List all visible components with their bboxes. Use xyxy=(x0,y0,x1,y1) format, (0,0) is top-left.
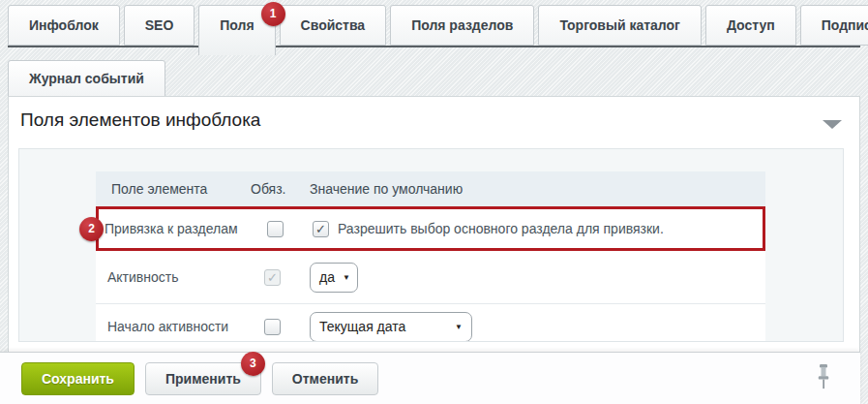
tab-label: Поля разделов xyxy=(411,17,513,33)
field-label: Начало активности xyxy=(96,319,251,334)
tab-event-log[interactable]: Журнал событий xyxy=(8,60,165,97)
save-button[interactable]: Сохранить xyxy=(21,362,135,395)
tab-label: Подписи xyxy=(822,17,868,33)
tab-label: Инфоблок xyxy=(29,17,99,33)
field-label: Активность xyxy=(96,269,251,285)
pin-icon[interactable] xyxy=(817,364,830,390)
tab-trade-catalog[interactable]: Торговый каталог xyxy=(538,5,702,46)
checkbox-label: Разрешить выбор основного раздела для пр… xyxy=(338,221,664,236)
tab-label: Журнал событий xyxy=(29,71,144,86)
tab-captions[interactable]: Подписи xyxy=(800,5,868,46)
table-row-activity-start: Начало активности ✓ Текущая дата ▼ xyxy=(96,304,765,342)
required-checkbox[interactable]: ✓ xyxy=(267,221,284,237)
secondary-tab-bar: Журнал событий xyxy=(8,60,165,97)
select-value: да xyxy=(319,269,335,285)
tab-fields[interactable]: Поля 1 xyxy=(198,5,275,55)
table-row-section-binding: Привязка к разделам ✓ ✓ Разрешить выбор … xyxy=(96,206,765,251)
tab-bar: Инфоблок SEO Поля 1 Свойства Поля раздел… xyxy=(8,5,860,55)
main-panel: Поля элементов инфоблока Поле элемента О… xyxy=(8,96,860,352)
table-row-activity: Активность ✓ да ▼ xyxy=(96,251,765,304)
step-badge-1: 1 xyxy=(261,2,285,26)
tab-access[interactable]: Доступ xyxy=(705,5,796,46)
action-bar: Сохранить Применить 3 Отменить xyxy=(0,352,860,404)
step-badge-2: 2 xyxy=(79,217,104,241)
cancel-button[interactable]: Отменить xyxy=(272,362,378,395)
chevron-down-icon[interactable] xyxy=(823,120,842,129)
tab-infoblock[interactable]: Инфоблок xyxy=(8,5,120,46)
step-badge-3: 3 xyxy=(241,352,265,376)
tab-section-fields[interactable]: Поля разделов xyxy=(390,5,534,46)
fields-group-panel: Поле элемента Обяз. Значение по умолчани… xyxy=(18,148,844,342)
fields-table: Поле элемента Обяз. Значение по умолчани… xyxy=(96,171,765,342)
field-label: Привязка к разделам xyxy=(99,221,254,236)
tab-properties[interactable]: Свойства xyxy=(280,5,387,46)
tab-label: Свойства xyxy=(301,17,366,33)
tab-seo[interactable]: SEO xyxy=(124,5,195,46)
activity-start-select[interactable]: Текущая дата ▼ xyxy=(310,312,472,342)
page-title: Поля элементов инфоблока xyxy=(20,109,260,131)
tab-label: SEO xyxy=(145,17,174,33)
header-default-value: Значение по умолчанию xyxy=(310,181,765,197)
activity-select[interactable]: да ▼ xyxy=(310,263,358,293)
required-checkbox-disabled: ✓ xyxy=(264,269,281,286)
tab-label: Торговый каталог xyxy=(559,17,680,33)
header-required: Обяз. xyxy=(251,181,310,197)
allow-main-section-checkbox[interactable]: ✓ xyxy=(313,221,329,237)
select-value: Текущая дата xyxy=(319,319,405,334)
header-field: Поле элемента xyxy=(96,181,251,197)
required-checkbox[interactable]: ✓ xyxy=(264,319,281,335)
chevron-down-icon: ▼ xyxy=(343,273,350,282)
tab-label: Доступ xyxy=(727,17,775,33)
table-header-row: Поле элемента Обяз. Значение по умолчани… xyxy=(96,171,765,206)
tab-label: Поля xyxy=(220,17,254,33)
chevron-down-icon: ▼ xyxy=(455,323,463,331)
